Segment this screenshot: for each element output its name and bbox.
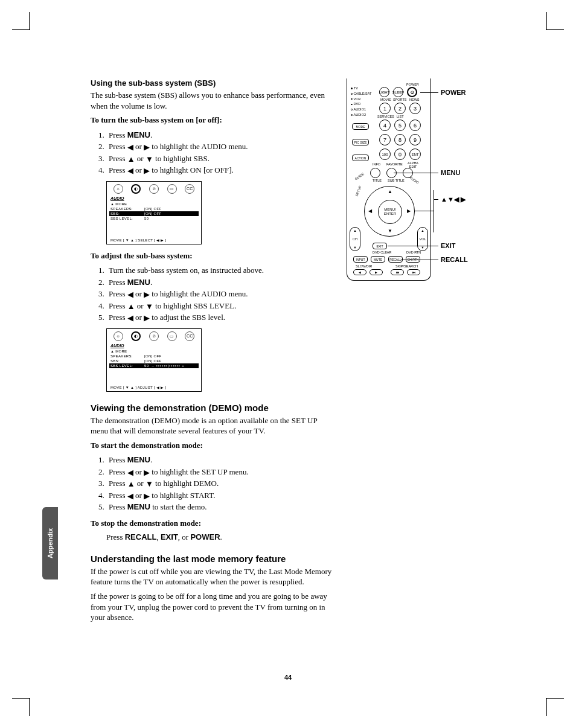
remote-btn-100: 100 [379,148,391,160]
demo-intro: The demonstration (DEMO) mode is an opti… [91,415,335,436]
remote-btn-picsize: PIC SIZE [352,139,369,145]
remote-btn-info [370,168,380,178]
demo-stop-instruction: Press RECALL, EXIT, or POWER. [106,532,335,543]
remote-btn-6: 6 [409,120,421,131]
callout-exit: EXIT [441,242,455,249]
remote-btn-skipback: ⏮ [391,269,404,275]
remote-btn-0: 0 [394,148,406,160]
heading-demo: Viewing the demonstration (DEMO) mode [91,403,335,413]
osd-icon: CC [185,184,194,194]
osd-icon: ☼ [114,184,123,194]
osd-menu-sbs: ☼ ◐ ⎚ ▭ CC AUDIO ▲ MORE SPEAKERS:[ON] OF… [106,181,202,244]
remote-btn-power: ⏻ [407,87,417,97]
crop-mark [29,12,30,30]
remote-btn-mode: MODE [352,123,369,130]
osd-icon-audio: ◐ [131,184,141,194]
callout-menu: MENU [441,169,460,176]
osd-footer: MOVE [ ▼ ▲ ] ADJUST [ ◀ ▶ ] [110,385,166,389]
lastmode-p1: If the power is cut off while you are vi… [91,566,335,587]
remote-btn-7: 7 [379,134,391,145]
heading-lastmode: Understanding the last mode memory featu… [91,554,335,564]
remote-btn-light: LIGHT [379,87,389,97]
side-tab-appendix: Appendix [42,507,58,580]
crop-mark [12,698,30,699]
osd-icon-audio: ◐ [131,331,141,341]
heading-sbs: Using the sub-bass system (SBS) [91,78,335,88]
osd-icon: CC [185,331,194,341]
crop-mark [546,12,547,30]
remote-btn-sleep: SLEEP [393,87,403,97]
callout-power: POWER [441,89,466,96]
crop-mark [546,29,564,30]
remote-btn-input: INPUT [353,256,368,263]
osd-row-selected: SBS:[ON] OFF [109,211,199,216]
remote-btn-play: ▶ [370,269,383,275]
remote-btn-5: 5 [394,120,406,131]
demo-start-lead: To start the demonstration mode: [91,440,335,451]
osd-footer: MOVE [ ▼ ▲ ] SELECT [ ◀ ▶ ] [110,238,167,242]
remote-btn-action: ACTION [352,155,369,161]
lastmode-p2: If the power is going to be off for a lo… [91,591,335,623]
remote-btn-exit: EXIT [373,243,387,249]
crop-mark [29,698,30,716]
sbs-adjust-lead: To adjust the sub-bass system: [91,251,335,261]
osd-icon: ☼ [114,331,123,341]
crop-mark [12,29,30,30]
remote-btn-2: 2 [394,103,406,114]
osd-icon: ⎚ [149,184,159,194]
sbs-turn-on-lead: To turn the sub-bass system on [or off]: [91,115,335,126]
remote-btn-rew: ◀ [353,269,366,275]
callout-recall: RECALL [441,256,468,263]
remote-btn-8: 8 [394,134,406,145]
osd-icon: ▭ [167,184,177,194]
remote-btn-9: 9 [409,134,421,145]
remote-btn-menu-enter: MENU/ ENTER [378,200,402,224]
callout-arrows: ▲▼◀ ▶ [441,196,466,203]
remote-btn-1: 1 [379,103,391,114]
osd-icon: ▭ [167,331,177,341]
remote-btn-skipfwd: ⏭ [407,269,420,275]
remote-btn-ent: ENT [409,148,421,160]
remote-mode-list: TV CABLE/SAT VCR DVD AUDIO1 AUDIO2 [351,86,371,118]
sbs-steps-on: Press MENU. Press ◀ or ▶ to highlight th… [106,129,335,176]
crop-mark [546,698,547,716]
remote-btn-vol: ▲VOL▼ [417,227,428,251]
osd-icon: ⎚ [149,331,159,341]
sbs-intro: The sub-base system (SBS) allows you to … [91,90,335,111]
osd-title: AUDIO [110,343,201,348]
remote-btn-ch: ▲CH▼ [350,227,360,251]
remote-btn-4: 4 [379,120,391,131]
demo-stop-lead: To stop the demonstration mode: [91,518,335,529]
osd-row-selected: SBS LEVEL:50 – ▪▪▪▪▪▪|▪▪▪▪▪▪ + [109,363,199,368]
osd-menu-sbs-level: ☼ ◐ ⎚ ▭ CC AUDIO ▲ MORE SPEAKERS:[ON] OF… [106,328,202,392]
crop-mark [546,698,564,699]
remote-dpad: MENU/ ENTER ▲ ▼ ◀ ▶ [364,186,415,237]
demo-steps: Press MENU. Press ◀ or ▶ to highlight th… [106,454,335,513]
remote-diagram: TV CABLE/SAT VCR DVD AUDIO1 AUDIO2 POWER… [347,78,485,284]
osd-title: AUDIO [110,196,201,200]
page-number: 44 [0,674,576,681]
remote-btn-mute: MUTE [371,256,385,263]
sbs-steps-adjust: Turn the sub-bass system on, as instruct… [106,264,335,324]
remote-btn-3: 3 [409,103,421,114]
